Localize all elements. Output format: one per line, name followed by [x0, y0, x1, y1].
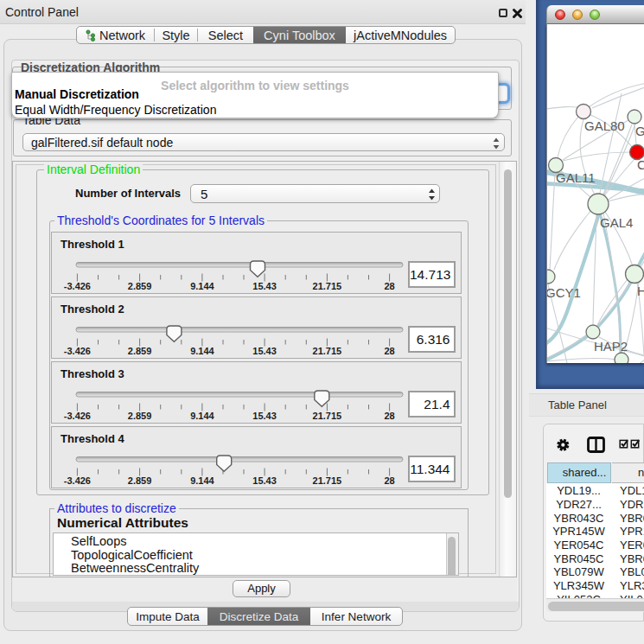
svg-text:GAL11: GAL11: [556, 170, 596, 185]
svg-text:21.715: 21.715: [313, 346, 342, 356]
svg-text:GAL80: GAL80: [584, 118, 625, 133]
svg-text:15.43: 15.43: [252, 411, 277, 421]
svg-text:9.144: 9.144: [190, 411, 214, 421]
svg-text:2.859: 2.859: [128, 411, 152, 421]
svg-text:28: 28: [384, 475, 394, 486]
svg-text:2.859: 2.859: [128, 475, 152, 486]
svg-text:9.144: 9.144: [190, 281, 214, 291]
svg-text:CY: CY: [637, 157, 644, 172]
svg-text:28: 28: [384, 281, 394, 291]
svg-text:15.43: 15.43: [252, 346, 277, 356]
svg-text:-3.426: -3.426: [64, 411, 91, 421]
svg-text:GA: GA: [635, 124, 644, 138]
svg-text:HAP2: HAP2: [594, 339, 628, 354]
svg-text:-3.426: -3.426: [64, 281, 91, 291]
svg-text:2.859: 2.859: [128, 281, 152, 291]
svg-text:9.144: 9.144: [190, 346, 214, 356]
svg-text:9.144: 9.144: [190, 475, 214, 486]
svg-text:2.859: 2.859: [128, 346, 152, 356]
svg-text:21.715: 21.715: [313, 475, 342, 486]
svg-text:21.715: 21.715: [313, 411, 342, 421]
svg-text:-3.426: -3.426: [64, 475, 91, 486]
svg-text:21.715: 21.715: [313, 281, 342, 291]
svg-text:28: 28: [384, 411, 394, 421]
svg-text:15.43: 15.43: [252, 475, 277, 486]
svg-text:28: 28: [384, 346, 394, 356]
svg-text:GCY1: GCY1: [546, 285, 581, 300]
svg-text:H: H: [637, 284, 644, 298]
svg-text:-3.426: -3.426: [64, 346, 91, 356]
svg-text:GAL4: GAL4: [600, 215, 633, 230]
svg-text:15.43: 15.43: [252, 281, 277, 291]
